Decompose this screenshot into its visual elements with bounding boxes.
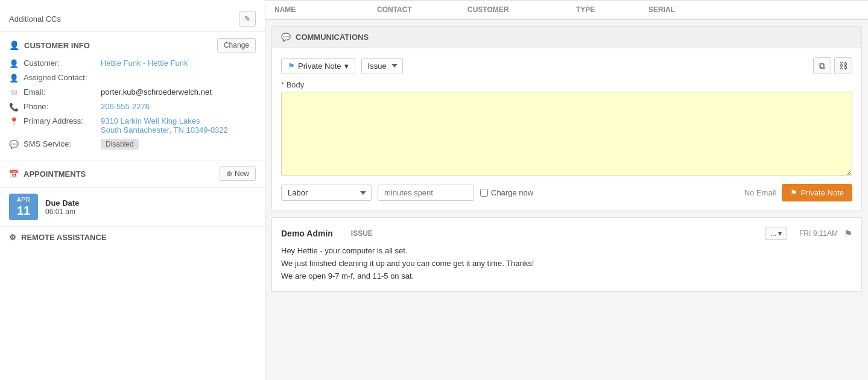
address-row: 📍 Primary Address: 9310 Larkin Well King… [9, 116, 256, 135]
phone-value: 206-555-2276 [101, 102, 150, 111]
thread-timestamp: FRI 9:11AM [799, 229, 838, 238]
edit-icon: ✎ [244, 14, 250, 23]
dropdown-chevron-icon: ▾ [778, 229, 782, 238]
left-sidebar: Additional CCs ✎ 👤 CUSTOMER INFO Change … [0, 0, 265, 380]
comm-chat-icon: 💬 [281, 33, 291, 42]
appointment-date-box: APR 11 [9, 194, 38, 220]
remote-assistance-title: ⚙ REMOTE ASSISTANCE [9, 233, 256, 242]
body-label: * Body [281, 80, 852, 89]
phone-label: Phone: [24, 102, 96, 111]
copy-button[interactable]: ⧉ [813, 57, 831, 74]
assigned-contact-label: Assigned Contact: [24, 73, 96, 82]
private-note-dropdown-button[interactable]: ⚑ Private Note ▾ [281, 58, 355, 74]
email-value: porter.kub@schroederwelch.net [101, 87, 212, 97]
location-icon: 📍 [9, 117, 19, 126]
customer-label: Customer: [24, 59, 96, 68]
appointments-section: 📅 APPOINTMENTS ⊕ APPOINTMENTS New APR 11… [0, 160, 265, 227]
appointment-time: 06:01 am [45, 207, 79, 216]
appointment-item: APR 11 Due Date 06:01 am [0, 188, 265, 227]
address-label: Primary Address: [24, 116, 96, 125]
additional-ccs-row: Additional CCs ✎ [0, 6, 265, 32]
communications-title: COMMUNICATIONS [296, 33, 369, 42]
sms-value: Disabled [101, 139, 139, 148]
labor-select[interactable]: Labor [281, 185, 372, 201]
body-textarea[interactable] [281, 92, 852, 176]
customer-link[interactable]: Hettie Funk - Hettie Funk [101, 59, 188, 68]
customer-info-header: 👤 CUSTOMER INFO Change [9, 38, 256, 52]
col-contact-header: CONTACT [377, 1, 455, 19]
appointment-day: 11 [9, 203, 38, 218]
col-customer-header: CUSTOMER [467, 1, 564, 19]
thread-actions-button[interactable]: ... ▾ [765, 227, 787, 240]
thread-message-3: We are open 9-7 m-f, and 11-5 on sat. [281, 270, 852, 283]
plus-icon: ⊕ [226, 169, 232, 178]
email-row: ✉ Email: porter.kub@schroederwelch.net [9, 87, 256, 97]
sms-label: SMS Service: [24, 139, 96, 148]
ellipsis-icon: ... [770, 229, 776, 238]
sms-icon: 💬 [9, 140, 19, 149]
no-email-label: No Email [744, 188, 776, 197]
copy-icon: ⧉ [819, 61, 825, 71]
col-name-header: NAME [274, 1, 365, 19]
calendar-icon: 📅 [9, 169, 19, 179]
appointment-month: APR [9, 196, 38, 203]
link-button[interactable]: ⛓ [834, 57, 852, 74]
communications-panel: 💬 COMMUNICATIONS ⚑ Private Note ▾ Issue … [271, 26, 862, 211]
address-link[interactable]: 9310 Larkin Well King Lakes South Santac… [101, 116, 228, 135]
thread-message-1: Hey Hettie - your computer is all set. [281, 245, 852, 258]
sms-disabled-badge: Disabled [101, 139, 139, 150]
communication-thread: Demo Admin ISSUE ... ▾ FRI 9:11AM ⚑ Hey … [271, 217, 862, 292]
flag-icon: ⚑ [288, 62, 295, 71]
comm-controls-row: ⚑ Private Note ▾ Issue ⧉ ⛓ [281, 57, 852, 74]
submit-btn-label: Private Note [800, 188, 844, 197]
comm-icon-group: ⧉ ⛓ [813, 57, 852, 74]
required-star: * [281, 80, 284, 89]
link-icon: ⛓ [839, 61, 847, 71]
appointment-details: Due Date 06:01 am [45, 198, 79, 216]
charge-now-checkbox[interactable] [480, 189, 488, 197]
phone-link[interactable]: 206-555-2276 [101, 102, 150, 111]
contact-icon: 👤 [9, 74, 19, 83]
sms-row: 💬 SMS Service: Disabled [9, 139, 256, 149]
assigned-contact-row: 👤 Assigned Contact: [9, 73, 256, 83]
phone-row: 📞 Phone: 206-555-2276 [9, 102, 256, 112]
customer-value: Hettie Funk - Hettie Funk [101, 59, 188, 68]
private-note-submit-button[interactable]: ⚑ Private Note [782, 184, 852, 201]
issue-type-select[interactable]: Issue [361, 58, 403, 74]
person-icon: 👤 [9, 40, 19, 50]
new-appointment-button[interactable]: ⊕ APPOINTMENTS New [220, 166, 256, 181]
customer-change-button[interactable]: Change [217, 38, 256, 52]
body-text-label: Body [287, 80, 305, 89]
charge-now-label: Charge now [491, 188, 533, 197]
customer-row: 👤 Customer: Hettie Funk - Hettie Funk [9, 59, 256, 68]
appointments-title: 📅 APPOINTMENTS [9, 169, 86, 179]
thread-message-2: We just finished cleaning it up and you … [281, 258, 852, 270]
email-icon: ✉ [9, 88, 19, 97]
appointments-header: 📅 APPOINTMENTS ⊕ APPOINTMENTS New [0, 160, 265, 188]
thread-author: Demo Admin [281, 229, 333, 238]
col-type-header: TYPE [576, 1, 636, 19]
thread-note-flag-icon: ⚑ [844, 228, 852, 239]
gear-icon: ⚙ [9, 233, 16, 242]
customer-info-section: 👤 CUSTOMER INFO Change 👤 Customer: Hetti… [0, 32, 265, 160]
submit-flag-icon: ⚑ [790, 188, 797, 197]
thread-body: Hey Hettie - your computer is all set. W… [281, 245, 852, 282]
comm-bottom-row: Labor Charge now No Email ⚑ Private Note [281, 184, 852, 201]
additional-ccs-edit-button[interactable]: ✎ [239, 11, 256, 27]
remote-assistance-section: ⚙ REMOTE ASSISTANCE [0, 227, 265, 254]
charge-now-wrapper: Charge now [480, 188, 533, 197]
private-note-btn-label: Private Note [298, 62, 341, 71]
address-value: 9310 Larkin Well King Lakes South Santac… [101, 116, 228, 135]
thread-item-header: Demo Admin ISSUE ... ▾ FRI 9:11AM ⚑ [281, 227, 852, 240]
customer-info-title: 👤 CUSTOMER INFO [9, 40, 90, 50]
dropdown-arrow-icon: ▾ [344, 62, 349, 71]
minutes-input[interactable] [378, 185, 474, 201]
table-header-bar: NAME CONTACT CUSTOMER TYPE SERIAL [265, 0, 868, 20]
communications-header: 💬 COMMUNICATIONS [272, 27, 861, 48]
communications-body: ⚑ Private Note ▾ Issue ⧉ ⛓ [272, 48, 861, 211]
col-serial-header: SERIAL [648, 1, 859, 19]
person-small-icon: 👤 [9, 59, 19, 68]
email-label: Email: [24, 87, 96, 97]
phone-icon: 📞 [9, 103, 19, 112]
main-content: NAME CONTACT CUSTOMER TYPE SERIAL 💬 COMM… [265, 0, 868, 380]
